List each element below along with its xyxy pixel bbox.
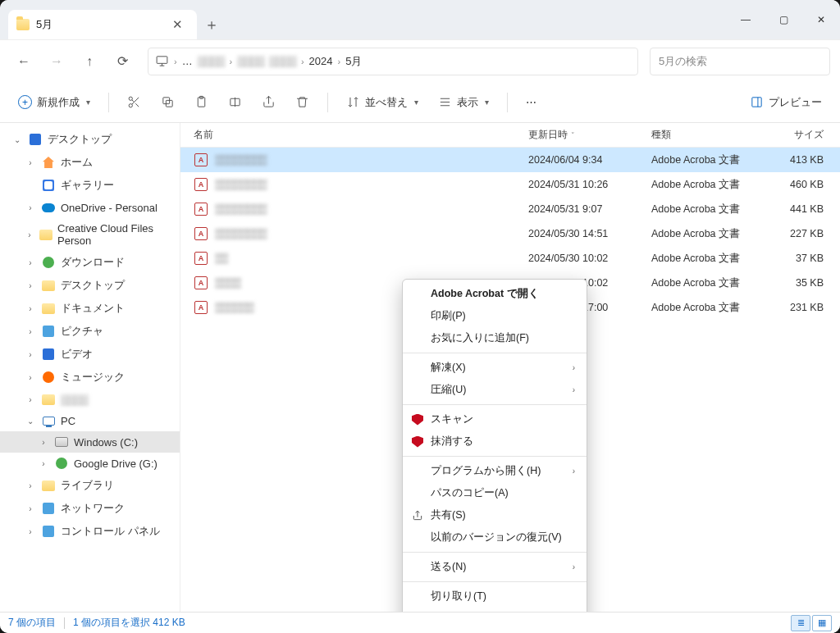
minimize-button[interactable]: —: [727, 0, 765, 39]
chevron-right-icon: ›: [301, 57, 304, 66]
menu-item[interactable]: 以前のバージョンの復元(V): [403, 526, 587, 549]
expand-icon: ›: [38, 438, 49, 447]
menu-item[interactable]: 切り取り(T): [403, 585, 587, 608]
menu-item[interactable]: プログラムから開く(H)›: [403, 460, 587, 482]
menu-item[interactable]: 共有(S): [403, 504, 587, 526]
col-date[interactable]: 更新日時˅: [528, 128, 651, 142]
menu-item[interactable]: 送る(N)›: [403, 556, 587, 578]
breadcrumb-segment[interactable]: 5月: [345, 54, 362, 69]
breadcrumb-segment[interactable]: 2024: [309, 55, 333, 67]
tree-item[interactable]: ギャラリー: [0, 174, 180, 197]
nav-tree[interactable]: ⌄デスクトップ›ホームギャラリー›OneDrive - Personal›Cre…: [0, 123, 180, 612]
tree-item[interactable]: ›デスクトップ: [0, 274, 180, 297]
close-button[interactable]: ✕: [802, 0, 840, 39]
new-button[interactable]: + 新規作成 ▾: [11, 89, 97, 116]
share-button[interactable]: [255, 89, 282, 116]
tree-item[interactable]: ›Windows (C:): [0, 431, 180, 453]
copy-button[interactable]: [154, 89, 181, 116]
pdf-icon: [194, 202, 208, 216]
address-bar[interactable]: › … ▒▒▒▒ › ▒▒▒▒ ▒▒▒▒ › 2024 › 5月: [148, 48, 638, 75]
maximize-button[interactable]: ▢: [765, 0, 802, 39]
cut-button[interactable]: [121, 89, 148, 116]
tree-item[interactable]: ›▒▒▒▒: [0, 389, 180, 410]
toolbar: + 新規作成 ▾ 並べ替え ▾ 表示 ▾ ⋯ プレビュー: [0, 82, 840, 123]
forward-button[interactable]: →: [43, 48, 71, 75]
tree-item[interactable]: ›コントロール パネル: [0, 520, 180, 543]
tree-item[interactable]: ›ピクチャ: [0, 320, 180, 343]
menu-item[interactable]: 圧縮(U)›: [403, 379, 587, 401]
tab-current[interactable]: 5月 ✕: [8, 10, 197, 39]
tree-item[interactable]: ›Google Drive (G:): [0, 453, 180, 474]
file-name: ▒▒▒▒▒▒▒▒: [215, 154, 528, 166]
tree-item[interactable]: ›ビデオ: [0, 343, 180, 366]
paste-button[interactable]: [188, 89, 215, 116]
tree-icon: [41, 393, 56, 406]
mcafee-icon: [411, 435, 424, 449]
more-button[interactable]: ⋯: [519, 89, 543, 116]
tree-item[interactable]: ›ライブラリ: [0, 474, 180, 497]
tree-label: ネットワーク: [61, 501, 125, 516]
menu-item[interactable]: 印刷(P): [403, 305, 587, 327]
breadcrumb-segment[interactable]: ▒▒▒▒: [269, 55, 296, 67]
tree-item[interactable]: ›Creative Cloud Files Person: [0, 218, 180, 251]
expand-icon: ›: [25, 281, 36, 290]
tree-icon: [41, 371, 56, 384]
details-view-button[interactable]: ≣: [791, 615, 810, 631]
file-row[interactable]: ▒▒▒▒▒▒▒▒2024/05/30 14:51Adobe Acroba 文書2…: [180, 221, 840, 246]
rename-button[interactable]: [221, 89, 249, 116]
preview-button[interactable]: プレビュー: [743, 89, 829, 116]
file-row[interactable]: ▒▒2024/05/30 10:02Adobe Acroba 文書37 KB: [180, 246, 840, 271]
tree-icon: [39, 228, 52, 241]
refresh-button[interactable]: ⟳: [108, 48, 136, 75]
new-tab-button[interactable]: ＋: [197, 10, 226, 39]
tree-item[interactable]: ›ミュージック: [0, 366, 180, 389]
menu-label: お気に入りに追加(F): [431, 331, 529, 345]
col-size[interactable]: サイズ: [774, 128, 840, 142]
separator: [108, 93, 109, 112]
tree-item[interactable]: ⌄PC: [0, 410, 180, 431]
menu-item[interactable]: お気に入りに追加(F): [403, 327, 587, 349]
back-button[interactable]: ←: [10, 48, 38, 75]
expand-icon: ›: [25, 203, 36, 212]
menu-item[interactable]: スキャン: [403, 408, 587, 430]
tree-icon: [28, 133, 43, 146]
separator: [64, 617, 65, 629]
menu-item[interactable]: Adobe Acrobat で開く: [403, 283, 587, 305]
tree-icon: [41, 348, 56, 361]
file-row[interactable]: ▒▒▒▒▒▒▒▒2024/05/31 9:07Adobe Acroba 文書44…: [180, 197, 840, 221]
submenu-arrow-icon: ›: [573, 385, 575, 394]
col-type[interactable]: 種類: [651, 128, 774, 142]
delete-button[interactable]: [289, 89, 316, 116]
tree-item[interactable]: ›ネットワーク: [0, 497, 180, 520]
menu-item[interactable]: コピー(C): [403, 608, 587, 612]
breadcrumb-segment[interactable]: …: [182, 55, 193, 67]
clipboard-icon: [194, 95, 208, 109]
menu-item[interactable]: 解凍(X)›: [403, 357, 587, 379]
chevron-right-icon: ›: [337, 57, 340, 66]
menu-label: 送る(N): [431, 560, 466, 574]
up-button[interactable]: ↑: [75, 48, 103, 75]
thumbnails-view-button[interactable]: ▦: [812, 615, 832, 631]
tree-label: OneDrive - Personal: [61, 202, 158, 214]
tree-item[interactable]: ⌄デスクトップ: [0, 128, 180, 151]
file-name: ▒▒▒▒▒▒▒▒: [215, 228, 528, 239]
breadcrumb-segment[interactable]: ▒▒▒▒: [198, 55, 225, 67]
separator: [327, 93, 328, 112]
view-button[interactable]: 表示 ▾: [431, 89, 495, 116]
file-row[interactable]: ▒▒▒▒▒▒▒▒2024/06/04 9:34Adobe Acroba 文書41…: [180, 148, 840, 172]
tree-item[interactable]: ›ホーム: [0, 151, 180, 174]
search-input[interactable]: 5月の検索: [650, 48, 830, 75]
tree-item[interactable]: ›ダウンロード: [0, 251, 180, 274]
menu-item[interactable]: パスのコピー(A): [403, 482, 587, 504]
tab-close-button[interactable]: ✕: [166, 13, 189, 36]
file-row[interactable]: ▒▒▒▒▒▒▒▒2024/05/31 10:26Adobe Acroba 文書4…: [180, 172, 840, 197]
tree-item[interactable]: ›ドキュメント: [0, 297, 180, 320]
tree-item[interactable]: ›OneDrive - Personal: [0, 197, 180, 218]
tree-icon: [41, 525, 56, 538]
col-name[interactable]: 名前: [194, 128, 528, 142]
sort-button[interactable]: 並べ替え ▾: [340, 89, 425, 116]
main-area: ⌄デスクトップ›ホームギャラリー›OneDrive - Personal›Cre…: [0, 123, 840, 612]
expand-icon: ›: [38, 459, 49, 468]
breadcrumb-segment[interactable]: ▒▒▒▒: [237, 55, 264, 67]
menu-item[interactable]: 抹消する: [403, 430, 587, 453]
